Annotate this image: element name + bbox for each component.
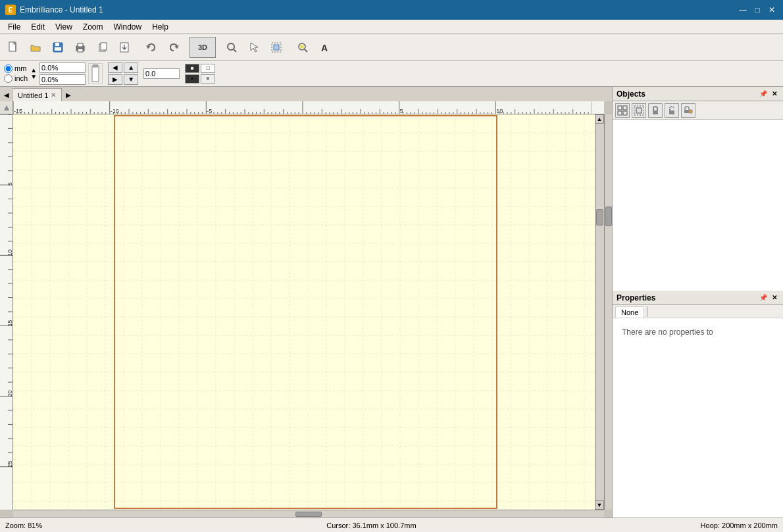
menu-help[interactable]: Help <box>147 21 174 33</box>
tab-prev-button[interactable]: ◀ <box>1 88 12 101</box>
open-button[interactable] <box>25 37 46 58</box>
ruler-corner[interactable] <box>0 101 13 114</box>
scrollbar-h-thumb[interactable] <box>295 512 322 517</box>
svg-rect-5 <box>55 47 61 51</box>
objects-close-icon[interactable]: ✕ <box>770 89 779 99</box>
close-button[interactable]: ✕ <box>766 4 778 16</box>
group-button[interactable] <box>615 103 630 118</box>
left-panel: ◀ Untitled 1 ✕ ▶ <box>0 87 612 518</box>
menu-edit[interactable]: Edit <box>26 21 50 33</box>
hoop-border <box>114 115 498 509</box>
status-cursor: Cursor: 36.1mm x 100.7mm <box>326 521 416 529</box>
paste-button[interactable] <box>88 63 103 84</box>
menu-file[interactable]: File <box>3 21 26 33</box>
lock2-button[interactable] <box>681 103 695 118</box>
ungroup-button[interactable] <box>632 103 646 118</box>
props-tab-bar: None <box>613 305 783 318</box>
move-right-button[interactable]: ▶ <box>108 74 122 85</box>
undo-button[interactable] <box>141 37 162 58</box>
scroll-up-button[interactable]: ▲ <box>595 114 604 124</box>
svg-rect-4 <box>55 43 59 46</box>
tab-close-button[interactable]: ✕ <box>51 91 56 99</box>
scrollbar-v-thumb[interactable] <box>596 209 603 226</box>
status-hoop: Hoop: 200mm x 200mm <box>701 521 778 529</box>
title-controls: — □ ✕ <box>737 4 778 16</box>
search-stitch-button[interactable] <box>292 37 313 58</box>
x-measure-input[interactable] <box>39 62 86 73</box>
move-down-button[interactable]: ▼ <box>124 74 138 85</box>
unit-inch-radio[interactable] <box>4 74 13 83</box>
select-all-button[interactable] <box>266 37 287 58</box>
objects-panel-icons: 📌 ✕ <box>759 89 779 99</box>
svg-point-12 <box>228 43 234 50</box>
canvas-container[interactable]: ▲ ▼ <box>0 101 612 518</box>
drawing-area[interactable]: ▲ ▼ <box>13 114 604 510</box>
maximize-button[interactable]: □ <box>751 4 763 16</box>
properties-content: There are no properties to <box>613 318 783 518</box>
move-up-button[interactable]: ▲ <box>124 62 138 73</box>
props-tab-none[interactable]: None <box>615 306 644 318</box>
unit-mm-radio[interactable] <box>4 64 13 73</box>
minimize-button[interactable]: — <box>737 4 749 16</box>
svg-rect-27 <box>653 110 658 114</box>
properties-close-icon[interactable]: ✕ <box>770 293 779 302</box>
zoom-white-button[interactable]: □ <box>201 64 215 73</box>
scroll-down-button[interactable]: ▼ <box>595 500 604 510</box>
properties-panel-header: Properties 📌 ✕ <box>613 291 783 305</box>
copy-button[interactable] <box>92 37 113 58</box>
menu-view[interactable]: View <box>50 21 78 33</box>
arrow-up[interactable]: ▲ <box>30 67 37 74</box>
tab-label: Untitled 1 <box>18 91 48 99</box>
fill-button[interactable]: ▪ <box>185 74 199 84</box>
svg-rect-10 <box>101 43 107 50</box>
svg-rect-8 <box>78 49 83 52</box>
app-title: Embrilliance - Untitled 1 <box>20 5 103 14</box>
objects-content <box>613 120 783 291</box>
3d-button[interactable]: 3D <box>189 37 216 58</box>
svg-point-17 <box>300 45 304 49</box>
zoom-glass-button[interactable] <box>221 37 242 58</box>
svg-rect-26 <box>636 108 642 113</box>
no-properties-text: There are no properties to <box>617 322 779 342</box>
properties-panel: Properties 📌 ✕ None There are no propert… <box>613 291 783 518</box>
tab-untitled1[interactable]: Untitled 1 ✕ <box>12 88 62 101</box>
scrollbar-h <box>13 510 604 518</box>
new-button[interactable] <box>3 37 24 58</box>
objects-panel: Objects 📌 ✕ <box>613 87 783 291</box>
scroll-thumb-v[interactable] <box>605 206 612 226</box>
save-button[interactable] <box>47 37 68 58</box>
export-button[interactable] <box>114 37 136 58</box>
text-button[interactable]: A <box>315 37 336 58</box>
redo-button[interactable] <box>163 37 184 58</box>
menu-window[interactable]: Window <box>109 21 147 33</box>
lock-open-button[interactable] <box>665 103 679 118</box>
svg-rect-20 <box>93 64 97 67</box>
print-button[interactable] <box>70 37 91 58</box>
tab-next-button[interactable]: ▶ <box>63 88 74 101</box>
lock-button[interactable] <box>648 103 663 118</box>
zoom-black-button[interactable]: ■ <box>185 64 199 73</box>
svg-rect-19 <box>92 66 99 82</box>
num-input[interactable] <box>143 68 180 79</box>
objects-toolbar <box>613 101 783 120</box>
arrow-down[interactable]: ▼ <box>30 74 37 80</box>
ruler-vertical <box>0 114 13 510</box>
objects-pin-icon[interactable]: 📌 <box>759 89 768 99</box>
move-left-button[interactable]: ◀ <box>108 62 122 73</box>
main-area: ◀ Untitled 1 ✕ ▶ <box>0 87 783 518</box>
svg-rect-28 <box>669 110 674 114</box>
unit-mm-label[interactable]: mm <box>14 64 26 72</box>
properties-pin-icon[interactable]: 📌 <box>759 293 768 302</box>
unit-inch-label[interactable]: inch <box>14 74 28 82</box>
unit-selector: mm inch <box>4 64 28 83</box>
title-bar: E Embrilliance - Untitled 1 — □ ✕ <box>0 0 783 20</box>
select-button[interactable] <box>243 37 265 58</box>
svg-line-13 <box>234 49 236 52</box>
svg-rect-30 <box>689 110 692 113</box>
menu-zoom[interactable]: Zoom <box>78 21 109 33</box>
list-button[interactable]: ≡ <box>201 74 215 84</box>
tab-bar: ◀ Untitled 1 ✕ ▶ <box>0 87 612 101</box>
ruler-horizontal <box>13 101 604 114</box>
y-measure-input[interactable] <box>39 74 86 85</box>
svg-text:A: A <box>321 43 328 53</box>
